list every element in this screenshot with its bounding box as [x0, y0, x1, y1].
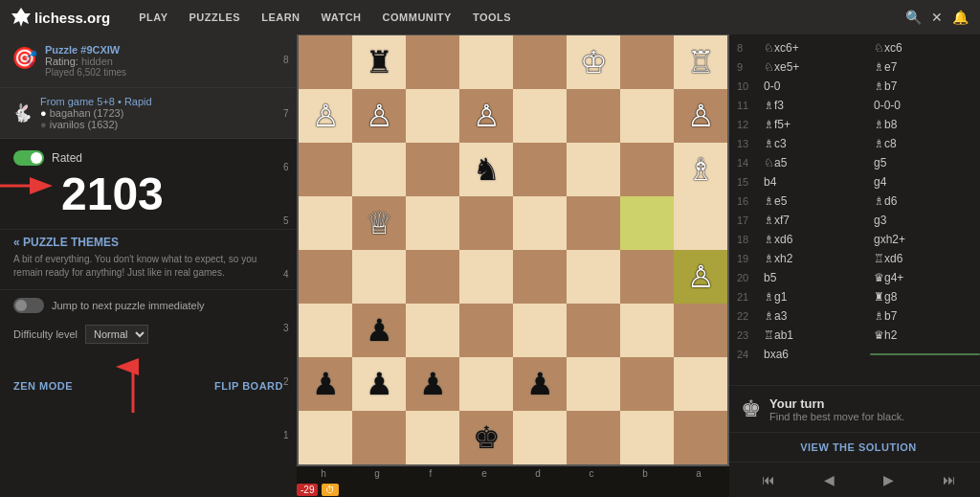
cell-g3[interactable]: ♟ — [352, 304, 406, 357]
cell-b8[interactable] — [620, 35, 674, 89]
nav-tools[interactable]: TOOLS — [463, 6, 521, 29]
cell-b3[interactable] — [620, 304, 674, 357]
cell-d6[interactable] — [513, 143, 567, 196]
rank-5: 5 — [283, 194, 289, 248]
nav-learn[interactable]: LEARN — [252, 6, 309, 29]
cell-a2[interactable] — [674, 357, 727, 411]
search-icon[interactable]: 🔍 — [905, 10, 922, 25]
cell-g2[interactable]: ♟ — [352, 357, 406, 411]
nav-play[interactable]: PLAY — [129, 6, 177, 29]
cell-c5[interactable] — [567, 196, 620, 250]
cell-g7[interactable]: ♙ — [352, 89, 406, 143]
cell-h6[interactable] — [299, 143, 352, 196]
nav-prev-button[interactable]: ◀ — [816, 468, 842, 491]
cell-f4[interactable] — [406, 250, 459, 304]
jump-next-label: Jump to next puzzle immediately — [52, 300, 205, 311]
flip-board-button[interactable]: FLIP BOARD — [214, 380, 283, 392]
cell-g4[interactable] — [352, 250, 406, 304]
cell-d1[interactable] — [513, 411, 567, 464]
cell-b1[interactable] — [620, 411, 674, 464]
cell-e6[interactable]: ♞ — [459, 143, 513, 196]
move-row-11: 11 ♗f3 0-0-0 — [729, 96, 980, 115]
difficulty-select[interactable]: Normal Easy Hard — [85, 325, 148, 344]
cell-g1[interactable] — [352, 411, 406, 464]
cell-h7[interactable]: ♙ — [299, 89, 352, 143]
cell-c6[interactable] — [567, 143, 620, 196]
cell-f3[interactable] — [406, 304, 459, 357]
puzzle-themes-link[interactable]: « PUZZLE THEMES — [0, 230, 297, 251]
cell-g5[interactable]: ♕ — [352, 196, 406, 250]
cell-h4[interactable] — [299, 250, 352, 304]
cell-e8[interactable] — [459, 35, 513, 89]
nav-next-button[interactable]: ▶ — [876, 468, 902, 491]
cell-b4[interactable] — [620, 250, 674, 304]
cell-b2[interactable] — [620, 357, 674, 411]
cell-b7[interactable] — [620, 89, 674, 143]
cell-e2[interactable] — [459, 357, 513, 411]
cell-b6[interactable] — [620, 143, 674, 196]
cell-a7[interactable]: ♙ — [674, 89, 727, 143]
notification-icon[interactable]: 🔔 — [952, 10, 969, 25]
nav-watch[interactable]: WATCH — [312, 6, 371, 29]
cell-h2[interactable]: ♟ — [299, 357, 352, 411]
cell-d7[interactable] — [513, 89, 567, 143]
nav-puzzles[interactable]: PUZZLES — [180, 6, 251, 29]
cell-d2[interactable]: ♟ — [513, 357, 567, 411]
nav-first-button[interactable]: ⏮ — [754, 468, 783, 491]
view-solution-section: VIEW THE SOLUTION — [729, 432, 980, 462]
cell-h1[interactable] — [299, 411, 352, 464]
cell-c3[interactable] — [567, 304, 620, 357]
cell-c4[interactable] — [567, 250, 620, 304]
file-e: e — [457, 468, 511, 479]
cell-d4[interactable] — [513, 250, 567, 304]
cell-e1[interactable]: ♚ — [459, 411, 513, 464]
cell-f8[interactable] — [406, 35, 459, 89]
cell-f5[interactable] — [406, 196, 459, 250]
cell-g8[interactable]: ♜ — [352, 35, 406, 89]
zen-mode-button[interactable]: ZEN MODE — [13, 380, 73, 392]
arrow-left-decoration — [0, 162, 61, 210]
file-d: d — [511, 468, 565, 479]
cell-a8[interactable]: ♖ — [674, 35, 727, 89]
puzzle-played: Played 6,502 times — [45, 67, 285, 78]
jump-next-toggle[interactable] — [13, 298, 44, 313]
puzzle-id[interactable]: Puzzle #9CXIW — [45, 44, 285, 56]
chess-board[interactable]: ♜ ♔ ♖ ♙ ♙ ♙ ♙ ♞ — [297, 34, 729, 466]
cell-f6[interactable] — [406, 143, 459, 196]
cell-d3[interactable] — [513, 304, 567, 357]
cell-e5[interactable] — [459, 196, 513, 250]
cell-g6[interactable] — [352, 143, 406, 196]
cell-c7[interactable] — [567, 89, 620, 143]
cell-a5[interactable] — [674, 196, 727, 250]
cell-a1[interactable] — [674, 411, 727, 464]
cell-f2[interactable]: ♟ — [406, 357, 459, 411]
rated-toggle[interactable] — [13, 150, 44, 166]
target-icon: 🎯 — [11, 46, 37, 71]
view-solution-button[interactable]: VIEW THE SOLUTION — [800, 441, 917, 453]
cell-c8[interactable]: ♔ — [567, 35, 620, 89]
cell-d5[interactable] — [513, 196, 567, 250]
cell-c2[interactable] — [567, 357, 620, 411]
cell-b5[interactable] — [620, 196, 674, 250]
cell-h8[interactable] — [299, 35, 352, 89]
cell-h3[interactable] — [299, 304, 352, 357]
close-icon[interactable]: ✕ — [931, 10, 943, 25]
rank-labels: 8 7 6 5 4 3 2 1 — [283, 34, 289, 463]
cell-f7[interactable] — [406, 89, 459, 143]
cell-a3[interactable] — [674, 304, 727, 357]
cell-h5[interactable] — [299, 196, 352, 250]
nav-last-button[interactable]: ⏭ — [935, 468, 964, 491]
cell-d8[interactable] — [513, 35, 567, 89]
cell-e7[interactable]: ♙ — [459, 89, 513, 143]
cell-e4[interactable] — [459, 250, 513, 304]
logo[interactable]: lichess.org — [11, 8, 110, 27]
rank-6: 6 — [283, 141, 289, 194]
rank-2: 2 — [283, 355, 289, 409]
cell-f1[interactable] — [406, 411, 459, 464]
cell-e3[interactable] — [459, 304, 513, 357]
cell-c1[interactable] — [567, 411, 620, 464]
from-game-title[interactable]: From game 5+8 • Rapid — [40, 96, 152, 107]
nav-community[interactable]: COMMUNITY — [373, 6, 461, 29]
cell-a4[interactable]: ♙ — [674, 250, 727, 304]
cell-a6[interactable]: ♗ — [674, 143, 727, 196]
